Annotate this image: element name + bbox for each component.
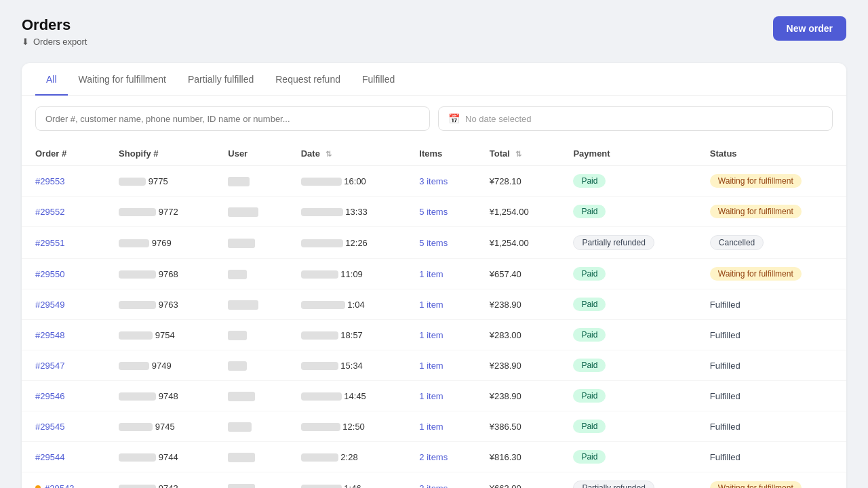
status-cell: Waiting for fulfillment [696, 472, 846, 489]
date-cell: 16:00 [288, 166, 406, 197]
order-link[interactable]: #29551 [35, 238, 64, 248]
blurred-user [228, 177, 250, 186]
payment-badge: Partially refunded [573, 235, 654, 250]
order-link[interactable]: #29546 [35, 391, 64, 401]
items-link[interactable]: 1 item [419, 300, 443, 310]
orders-table: Order # Shopify # User Date ⇅ Items Tota… [22, 142, 846, 488]
status-cell: Cancelled [696, 227, 846, 259]
col-shopify-num: Shopify # [105, 142, 214, 166]
items-link[interactable]: 1 item [419, 330, 443, 340]
user-cell [214, 472, 287, 489]
blurred-user [228, 270, 247, 279]
order-link[interactable]: #29548 [35, 330, 64, 340]
items-cell: 1 item [406, 320, 476, 350]
items-link[interactable]: 1 item [419, 361, 443, 371]
col-date[interactable]: Date ⇅ [288, 142, 406, 166]
payment-cell: Paid [559, 166, 696, 197]
total-cell: ¥657.40 [476, 259, 560, 289]
status-cell: Fulfilled [696, 442, 846, 472]
order-link[interactable]: #29553 [35, 176, 64, 186]
blurred-shopify-prefix [119, 392, 156, 401]
blurred-user [228, 207, 258, 217]
total-cell: ¥1,254.00 [476, 227, 560, 259]
tab-waiting[interactable]: Waiting for fulfillment [68, 63, 177, 96]
order-link[interactable]: #29545 [35, 422, 64, 432]
items-link[interactable]: 3 items [419, 176, 448, 186]
total-cell: ¥663.00 [476, 472, 560, 489]
tab-fulfilled[interactable]: Fulfilled [351, 63, 406, 96]
blurred-shopify-prefix [119, 208, 156, 216]
payment-cell: Paid [559, 289, 696, 320]
tab-all[interactable]: All [35, 63, 68, 96]
status-cell: Fulfilled [696, 350, 846, 381]
order-link[interactable]: #29552 [35, 207, 64, 217]
tab-partial[interactable]: Partially fulfilled [177, 63, 264, 96]
status-badge: Fulfilled [710, 300, 741, 310]
payment-badge: Paid [573, 174, 606, 188]
status-cell: Waiting for fulfillment [696, 166, 846, 197]
table-row: #29545 9745 12:501 item¥386.50PaidFulfil… [22, 411, 846, 442]
items-link[interactable]: 1 item [419, 391, 443, 401]
shopify-num-cell: 9743 [105, 472, 214, 489]
table-row: #29547 9749 15:341 item¥238.90PaidFulfil… [22, 350, 846, 381]
col-total[interactable]: Total ⇅ [476, 142, 560, 166]
date-sort-icon: ⇅ [326, 150, 332, 158]
table-row: #29548 9754 18:571 item¥283.00PaidFulfil… [22, 320, 846, 350]
order-link[interactable]: #29547 [35, 361, 64, 371]
items-cell: 5 items [406, 227, 476, 259]
search-input[interactable] [35, 106, 430, 131]
status-badge: Waiting for fulfillment [710, 205, 802, 218]
order-link[interactable]: #29550 [35, 269, 64, 279]
status-badge: Fulfilled [710, 361, 741, 371]
order-link[interactable]: #29543 [35, 483, 92, 489]
new-order-button[interactable]: New order [773, 16, 846, 41]
blurred-date [301, 331, 338, 340]
table-row: #29553 9775 16:003 items¥728.10PaidWaiti… [22, 166, 846, 197]
items-link[interactable]: 5 items [419, 207, 448, 217]
date-picker[interactable]: 📅 No date selected [438, 106, 833, 131]
date-cell: 11:09 [288, 259, 406, 289]
items-link[interactable]: 1 item [419, 422, 443, 432]
status-badge: Fulfilled [710, 391, 741, 401]
status-badge: Waiting for fulfillment [710, 267, 802, 281]
items-link[interactable]: 2 items [419, 452, 448, 462]
table-row: #29550 9768 11:091 item¥657.40PaidWaitin… [22, 259, 846, 289]
items-link[interactable]: 2 items [419, 483, 448, 489]
user-cell [214, 259, 287, 289]
user-cell [214, 381, 287, 411]
total-cell: ¥238.90 [476, 289, 560, 320]
table-header-row: Order # Shopify # User Date ⇅ Items Tota… [22, 142, 846, 166]
order-link[interactable]: #29549 [35, 300, 64, 310]
status-badge: Cancelled [710, 235, 764, 250]
payment-cell: Paid [559, 320, 696, 350]
total-cell: ¥1,254.00 [476, 197, 560, 227]
col-items: Items [406, 142, 476, 166]
table-row: #29544 9744 2:282 items¥816.30PaidFulfil… [22, 442, 846, 472]
payment-badge: Paid [573, 267, 606, 281]
status-badge: Waiting for fulfillment [710, 174, 802, 188]
items-link[interactable]: 1 item [419, 269, 443, 279]
col-status: Status [696, 142, 846, 166]
total-cell: ¥728.10 [476, 166, 560, 197]
shopify-num-cell: 9754 [105, 320, 214, 350]
blurred-shopify-prefix [119, 301, 156, 309]
shopify-num-cell: 9745 [105, 411, 214, 442]
shopify-num-cell: 9775 [105, 166, 214, 197]
payment-badge: Paid [573, 420, 606, 433]
user-cell [214, 166, 287, 197]
order-link[interactable]: #29544 [35, 452, 64, 462]
blurred-shopify-prefix [119, 331, 153, 340]
blurred-date [301, 485, 342, 488]
items-link[interactable]: 5 items [419, 238, 448, 248]
payment-cell: Partially refunded [559, 227, 696, 259]
date-cell: 15:34 [288, 350, 406, 381]
items-cell: 1 item [406, 350, 476, 381]
items-cell: 2 items [406, 442, 476, 472]
payment-cell: Paid [559, 381, 696, 411]
blurred-user [228, 239, 255, 248]
tab-refund[interactable]: Request refund [264, 63, 351, 96]
shopify-num-cell: 9768 [105, 259, 214, 289]
shopify-num-cell: 9763 [105, 289, 214, 320]
status-badge: Fulfilled [710, 330, 741, 340]
orders-export-link[interactable]: ⬇ Orders export [22, 37, 87, 47]
